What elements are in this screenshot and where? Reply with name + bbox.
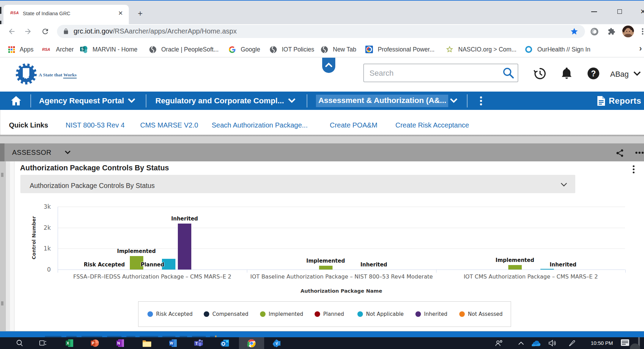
google-g-icon <box>229 46 236 53</box>
workspace-chevron-icon[interactable] <box>64 150 71 155</box>
tray-pen-icon[interactable] <box>566 337 578 349</box>
nav-item[interactable]: Assessment & Authorization (A&... <box>318 92 458 110</box>
bookmark-label: NASCIO.org > Com... <box>458 46 517 53</box>
nav-item[interactable]: Regulatory and Corporate Compl... <box>155 92 296 110</box>
nav-separator <box>467 94 468 107</box>
tray-volume-icon[interactable] <box>547 337 558 349</box>
svg-text:W: W <box>170 341 173 345</box>
nav-item[interactable]: Agency Request Portal <box>39 92 136 110</box>
taskbar-search-icon[interactable] <box>14 337 26 349</box>
bookmark-item[interactable]: Professional Power... <box>365 40 434 59</box>
nav-separator <box>307 94 307 107</box>
bookmark-item[interactable]: New Tab <box>321 40 356 59</box>
bookmark-item[interactable]: NASCIO.org > Com... <box>446 40 517 59</box>
new-tab-button[interactable]: + <box>136 9 144 18</box>
svg-text:?: ? <box>591 69 596 78</box>
tray-people-icon[interactable] <box>493 337 505 349</box>
bookmark-star-icon[interactable] <box>570 27 578 36</box>
window-maximize-button[interactable] <box>617 9 622 14</box>
help-icon[interactable]: ? <box>587 67 600 80</box>
extensions-puzzle-icon[interactable] <box>608 28 615 35</box>
select-chevron-icon <box>560 182 568 187</box>
workspace-label[interactable]: ASSESSOR <box>12 149 51 157</box>
taskbar-excel-icon[interactable]: X <box>64 337 75 349</box>
media-ring-icon[interactable] <box>590 28 598 36</box>
apps-grid-icon <box>8 46 15 53</box>
taskbar-chrome-icon[interactable] <box>246 337 257 349</box>
bookmark-item[interactable]: Google <box>229 40 260 59</box>
history-icon[interactable] <box>533 67 546 80</box>
workspace-more-icon[interactable] <box>635 151 644 155</box>
quick-link[interactable]: Create Risk Acceptance <box>395 121 469 129</box>
taskbar-task-view-icon[interactable] <box>37 337 49 349</box>
bookmark-item[interactable]: IOT Policies <box>270 40 314 59</box>
collapse-header-button[interactable] <box>322 58 335 73</box>
quick-link[interactable]: Create POA&M <box>330 121 377 129</box>
panel-left-border <box>14 161 15 337</box>
quick-link[interactable]: Seach Authorization Package... <box>212 121 308 129</box>
search-icon[interactable] <box>501 66 515 80</box>
user-menu-chevron-icon[interactable] <box>633 70 642 77</box>
forward-button[interactable] <box>24 27 32 36</box>
reports-button[interactable]: Reports <box>597 92 641 110</box>
taskbar-azure-devops-icon[interactable]: V <box>270 337 282 349</box>
home-icon[interactable] <box>10 95 22 107</box>
back-button[interactable] <box>8 27 16 36</box>
indiana-logo[interactable] <box>16 63 37 85</box>
quick-link[interactable]: NIST 800-53 Rev 4 <box>66 121 125 129</box>
rsa-icon: RSA <box>42 47 51 52</box>
sharepoint-icon: S <box>80 46 88 53</box>
svg-text:N: N <box>117 341 120 345</box>
taskbar-word-icon[interactable]: W <box>167 337 179 349</box>
globe-icon <box>270 46 277 53</box>
gutter-mark <box>1 301 3 305</box>
tab-close-icon[interactable]: ✕ <box>117 10 124 17</box>
workspace-bar[interactable] <box>0 143 644 161</box>
url-text[interactable]: grc.iot.in.gov/RSAarcher/apps/ArcherApp/… <box>74 27 237 35</box>
taskbar-onenote-icon[interactable]: N <box>114 337 126 349</box>
reload-button[interactable] <box>41 27 49 36</box>
user-menu-label[interactable]: ABag <box>610 70 629 79</box>
notifications-bell-icon[interactable] <box>561 67 573 80</box>
lock-icon[interactable] <box>63 28 69 35</box>
browser-menu-icon[interactable] <box>641 28 644 35</box>
nav-separator <box>146 94 146 107</box>
tray-chevron-up-icon[interactable] <box>515 337 527 349</box>
tray-onedrive-icon[interactable] <box>530 337 542 349</box>
bookmark-label: OurHealth // Sign In <box>537 46 590 53</box>
taskbar-powerpoint-icon[interactable]: P <box>89 337 100 349</box>
taskbar-file-explorer-icon[interactable] <box>141 337 153 349</box>
bookmark-item[interactable]: Apps <box>8 40 33 59</box>
band-shadow <box>0 135 644 137</box>
screen-edge-artifact <box>0 7 1 14</box>
bookmark-item[interactable]: OurHealth // Sign In <box>525 40 590 59</box>
next-panel-header <box>0 331 644 337</box>
bookmarks-bar: AppsRSAArcherSMARVIN - HomeOracle | Peop… <box>0 39 644 57</box>
share-icon[interactable] <box>615 149 624 158</box>
gutter-mark <box>1 173 3 177</box>
quick-link[interactable]: CMS MARSE V2.0 <box>140 121 198 129</box>
left-gutter-scrollbar[interactable] <box>0 161 6 337</box>
bookmark-label: New Tab <box>333 46 356 53</box>
globe-icon <box>321 46 328 53</box>
taskbar-teams-icon[interactable]: T <box>193 337 204 349</box>
profile-avatar[interactable] <box>622 26 634 37</box>
taskbar-clock[interactable]: 10:50 PM <box>585 340 613 346</box>
taskbar-outlook-icon[interactable] <box>219 337 231 349</box>
panel-menu-icon[interactable] <box>632 165 635 174</box>
window-close-button[interactable]: ✕ <box>640 9 644 15</box>
nav-more-icon[interactable] <box>479 96 483 106</box>
bookmark-label: Professional Power... <box>378 46 434 53</box>
bookmarks-overflow-icon[interactable]: › <box>639 44 642 53</box>
left-gutter-inner <box>10 161 14 337</box>
url-path: /RSAarcher/apps/ArcherApp/Home.aspx <box>113 27 237 35</box>
bookmark-item[interactable]: SMARVIN - Home <box>80 40 137 59</box>
screen: RSA State of Indiana GRC ✕ + ✕ grc.iot.i… <box>0 0 644 349</box>
reports-doc-icon <box>597 96 606 106</box>
action-center-icon[interactable] <box>621 339 629 347</box>
window-minimize-button[interactable] <box>591 11 597 12</box>
bookmark-item[interactable]: Oracle | PeopleSoft... <box>149 40 219 59</box>
nav-item-label: Assessment & Authorization (A&... <box>316 95 448 107</box>
quick-links-title: Quick Links <box>9 121 48 129</box>
bookmark-item[interactable]: RSAArcher <box>42 40 74 59</box>
